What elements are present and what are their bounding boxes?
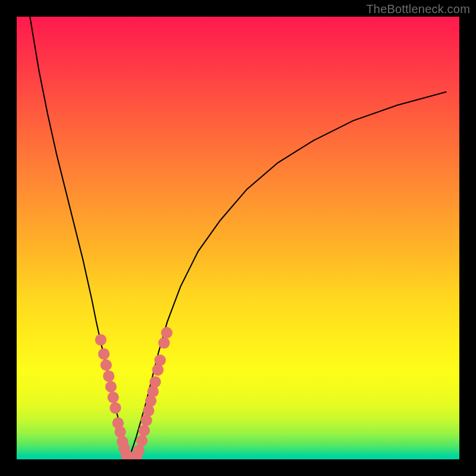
data-marker <box>105 381 117 392</box>
data-marker <box>158 337 170 349</box>
data-marker <box>114 426 126 437</box>
data-marker <box>139 425 150 436</box>
data-marker <box>98 348 109 359</box>
data-marker <box>140 415 152 426</box>
plot-area <box>17 17 459 459</box>
markers-group <box>95 327 173 459</box>
data-marker <box>154 355 165 366</box>
chart-svg <box>17 17 459 459</box>
data-marker <box>147 386 158 397</box>
chart-frame: TheBottleneck.com <box>0 0 476 476</box>
data-marker <box>161 327 173 339</box>
data-marker <box>143 405 154 416</box>
data-marker <box>103 370 114 381</box>
data-marker <box>152 364 164 375</box>
curve-right-branch <box>127 92 446 459</box>
data-marker <box>109 402 121 414</box>
data-marker <box>149 376 161 387</box>
data-marker <box>101 359 112 371</box>
data-marker <box>95 334 107 345</box>
data-marker <box>136 435 148 446</box>
attribution-text: TheBottleneck.com <box>366 2 470 16</box>
data-marker <box>108 392 119 403</box>
data-marker <box>133 444 145 456</box>
